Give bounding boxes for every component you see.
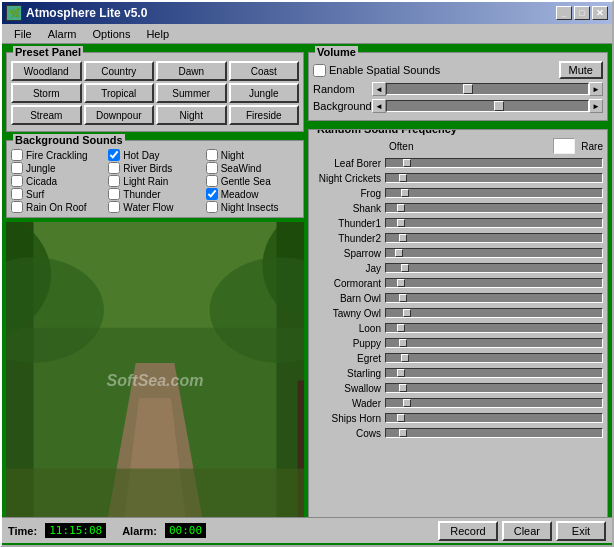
freq-slider[interactable]	[385, 248, 603, 258]
preset-country[interactable]: Country	[84, 61, 155, 81]
background-slider-left[interactable]: ◄	[372, 99, 386, 113]
freq-slider[interactable]	[385, 383, 603, 393]
menu-file[interactable]: File	[6, 26, 40, 42]
freq-slider[interactable]	[385, 323, 603, 333]
freq-slider-thumb[interactable]	[399, 294, 407, 302]
freq-slider[interactable]	[385, 353, 603, 363]
list-item[interactable]: Night	[206, 149, 299, 161]
menu-alarm[interactable]: Alarm	[40, 26, 85, 42]
background-slider-thumb[interactable]	[494, 101, 504, 111]
random-slider-right[interactable]: ►	[589, 82, 603, 96]
freq-slider-thumb[interactable]	[397, 279, 405, 287]
freq-slider[interactable]	[385, 203, 603, 213]
close-button[interactable]: ✕	[592, 6, 608, 20]
freq-slider[interactable]	[385, 218, 603, 228]
preset-dawn[interactable]: Dawn	[156, 61, 227, 81]
list-item[interactable]: River Birds	[108, 162, 201, 174]
preset-stream[interactable]: Stream	[11, 105, 82, 125]
checkbox-fire-crackling[interactable]	[11, 149, 23, 161]
checkbox-night[interactable]	[206, 149, 218, 161]
list-item[interactable]: Water Flow	[108, 201, 201, 213]
checkbox-water-flow[interactable]	[108, 201, 120, 213]
preset-fireside[interactable]: Fireside	[229, 105, 300, 125]
freq-slider-thumb[interactable]	[397, 414, 405, 422]
freq-slider-thumb[interactable]	[399, 339, 407, 347]
list-item[interactable]: Rain On Roof	[11, 201, 104, 213]
random-slider-thumb[interactable]	[463, 84, 473, 94]
list-item[interactable]: Surf	[11, 188, 104, 200]
menu-options[interactable]: Options	[84, 26, 138, 42]
freq-slider-thumb[interactable]	[403, 399, 411, 407]
freq-slider-thumb[interactable]	[401, 354, 409, 362]
list-item[interactable]: Thunder	[108, 188, 201, 200]
list-item[interactable]: Hot Day	[108, 149, 201, 161]
checkbox-thunder[interactable]	[108, 188, 120, 200]
freq-slider-thumb[interactable]	[399, 234, 407, 242]
freq-number-input[interactable]: 2	[553, 138, 575, 154]
checkbox-surf[interactable]	[11, 188, 23, 200]
freq-slider-thumb[interactable]	[401, 189, 409, 197]
maximize-button[interactable]: □	[574, 6, 590, 20]
checkbox-hot-day[interactable]	[108, 149, 120, 161]
freq-slider-thumb[interactable]	[399, 384, 407, 392]
preset-night[interactable]: Night	[156, 105, 227, 125]
minimize-button[interactable]: _	[556, 6, 572, 20]
freq-slider-thumb[interactable]	[397, 204, 405, 212]
list-item[interactable]: Fire Crackling	[11, 149, 104, 161]
freq-slider[interactable]	[385, 398, 603, 408]
freq-slider[interactable]	[385, 428, 603, 438]
freq-slider-thumb[interactable]	[401, 264, 409, 272]
freq-slider-thumb[interactable]	[403, 159, 411, 167]
freq-slider-thumb[interactable]	[403, 309, 411, 317]
freq-slider[interactable]	[385, 413, 603, 423]
freq-slider[interactable]	[385, 278, 603, 288]
checkbox-cicada[interactable]	[11, 175, 23, 187]
preset-tropical[interactable]: Tropical	[84, 83, 155, 103]
freq-slider[interactable]	[385, 233, 603, 243]
freq-slider-thumb[interactable]	[397, 324, 405, 332]
checkbox-meadow[interactable]	[206, 188, 218, 200]
freq-slider-thumb[interactable]	[395, 249, 403, 257]
preset-storm[interactable]: Storm	[11, 83, 82, 103]
list-item[interactable]: Light Rain	[108, 175, 201, 187]
list-item[interactable]: Cicada	[11, 175, 104, 187]
exit-button[interactable]: Exit	[556, 521, 606, 541]
preset-coast[interactable]: Coast	[229, 61, 300, 81]
preset-woodland[interactable]: Woodland	[11, 61, 82, 81]
freq-slider[interactable]	[385, 338, 603, 348]
checkbox-gentle-sea[interactable]	[206, 175, 218, 187]
checkbox-light-rain[interactable]	[108, 175, 120, 187]
list-item[interactable]: Meadow	[206, 188, 299, 200]
freq-slider[interactable]	[385, 308, 603, 318]
freq-slider[interactable]	[385, 293, 603, 303]
enable-spatial-label[interactable]: Enable Spatial Sounds	[313, 64, 440, 77]
freq-slider-thumb[interactable]	[397, 369, 405, 377]
background-slider-right[interactable]: ►	[589, 99, 603, 113]
preset-downpour[interactable]: Downpour	[84, 105, 155, 125]
list-item[interactable]: Night Insects	[206, 201, 299, 213]
freq-slider[interactable]	[385, 188, 603, 198]
clear-button[interactable]: Clear	[502, 521, 552, 541]
checkbox-seawind[interactable]	[206, 162, 218, 174]
enable-spatial-checkbox[interactable]	[313, 64, 326, 77]
freq-slider-thumb[interactable]	[399, 174, 407, 182]
freq-slider[interactable]	[385, 173, 603, 183]
checkbox-jungle[interactable]	[11, 162, 23, 174]
freq-slider[interactable]	[385, 368, 603, 378]
preset-jungle[interactable]: Jungle	[229, 83, 300, 103]
record-button[interactable]: Record	[438, 521, 497, 541]
mute-button[interactable]: Mute	[559, 61, 603, 79]
freq-slider-thumb[interactable]	[397, 219, 405, 227]
list-item[interactable]: Gentle Sea	[206, 175, 299, 187]
random-slider-track[interactable]	[386, 83, 589, 95]
list-item[interactable]: SeaWind	[206, 162, 299, 174]
checkbox-river-birds[interactable]	[108, 162, 120, 174]
freq-slider[interactable]	[385, 263, 603, 273]
list-item[interactable]: Jungle	[11, 162, 104, 174]
preset-summer[interactable]: Summer	[156, 83, 227, 103]
menu-help[interactable]: Help	[138, 26, 177, 42]
freq-slider[interactable]	[385, 158, 603, 168]
freq-slider-thumb[interactable]	[399, 429, 407, 437]
checkbox-night-insects[interactable]	[206, 201, 218, 213]
background-slider-track[interactable]	[386, 100, 589, 112]
